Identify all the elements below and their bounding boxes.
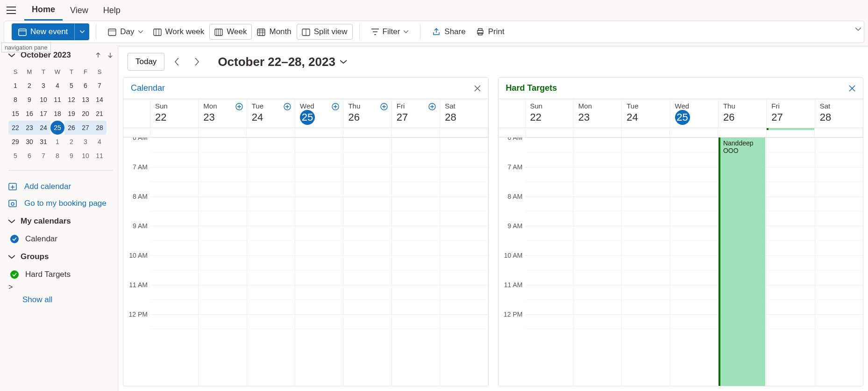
mini-day[interactable]: 6 xyxy=(78,79,92,93)
allday-cell[interactable] xyxy=(295,128,343,137)
prev-week-icon[interactable] xyxy=(170,55,184,69)
mini-day[interactable]: 2 xyxy=(22,79,36,93)
mini-day[interactable]: 21 xyxy=(92,107,107,121)
hamburger-icon[interactable] xyxy=(4,3,19,18)
show-all-link[interactable]: Show all xyxy=(22,291,113,308)
mini-day[interactable]: 9 xyxy=(64,149,78,163)
add-event-icon[interactable] xyxy=(380,103,388,110)
day-column[interactable] xyxy=(295,138,343,386)
day-column[interactable] xyxy=(670,138,719,386)
allday-cell[interactable] xyxy=(199,128,247,137)
mini-day[interactable]: 30 xyxy=(22,135,36,149)
day-header[interactable]: Sat28 xyxy=(815,99,863,128)
mini-day[interactable]: 4 xyxy=(92,135,107,149)
calendar-item[interactable]: Calendar xyxy=(8,231,113,247)
mini-day[interactable]: 10 xyxy=(78,149,92,163)
allday-cell[interactable] xyxy=(622,128,670,137)
day-header[interactable]: Mon23 xyxy=(199,99,247,128)
day-header[interactable]: Fri27 xyxy=(392,99,440,128)
day-header[interactable]: Fri27 xyxy=(767,99,815,128)
allday-cell[interactable] xyxy=(718,128,766,137)
day-column[interactable] xyxy=(343,138,391,386)
close-icon[interactable] xyxy=(474,85,481,92)
day-header[interactable]: Wed25 xyxy=(670,99,719,128)
mini-day[interactable]: 6 xyxy=(22,149,36,163)
allday-cell[interactable] xyxy=(440,128,488,137)
mini-day[interactable]: 18 xyxy=(50,107,64,121)
day-header[interactable]: Thu26 xyxy=(719,99,767,128)
today-button[interactable]: Today xyxy=(128,53,164,71)
next-week-icon[interactable] xyxy=(190,55,204,69)
day-header[interactable]: Tue24 xyxy=(622,99,670,128)
mini-day[interactable]: 20 xyxy=(78,107,92,121)
mini-day[interactable]: 14 xyxy=(92,93,107,107)
allday-cell[interactable] xyxy=(247,128,295,137)
mini-day[interactable]: 22 xyxy=(8,121,22,135)
prev-month-icon[interactable] xyxy=(95,52,101,58)
mini-day[interactable]: 1 xyxy=(50,135,64,149)
mini-day[interactable]: 3 xyxy=(36,79,50,93)
day-column[interactable] xyxy=(247,138,295,386)
mini-day[interactable]: 28 xyxy=(92,121,107,135)
mini-day[interactable]: 27 xyxy=(78,121,92,135)
add-event-icon[interactable] xyxy=(332,103,339,110)
mini-day[interactable]: 13 xyxy=(78,93,92,107)
date-range-title[interactable]: October 22–28, 2023 xyxy=(218,55,347,69)
view-work-week-button[interactable]: Work week xyxy=(148,24,210,40)
mini-day[interactable]: 31 xyxy=(36,135,50,149)
add-calendar-link[interactable]: Add calendar xyxy=(8,178,113,195)
mini-day[interactable]: 5 xyxy=(8,149,22,163)
day-column[interactable] xyxy=(574,138,622,386)
day-header[interactable]: Sun22 xyxy=(526,99,574,128)
view-week-button[interactable]: Week xyxy=(209,24,252,40)
group-hard-targets[interactable]: Hard Targets xyxy=(8,266,113,283)
mini-day[interactable]: 24 xyxy=(36,121,50,135)
allday-cell[interactable] xyxy=(343,128,391,137)
day-header[interactable]: Sun22 xyxy=(150,99,199,128)
add-event-icon[interactable] xyxy=(428,103,436,110)
add-event-icon[interactable] xyxy=(284,103,291,110)
next-month-icon[interactable] xyxy=(107,52,113,58)
tab-view[interactable]: View xyxy=(63,0,96,21)
mini-day[interactable]: 17 xyxy=(36,107,50,121)
split-view-button[interactable]: Split view xyxy=(297,24,353,40)
share-button[interactable]: Share xyxy=(427,24,470,40)
tab-help[interactable]: Help xyxy=(96,0,128,21)
mini-day[interactable]: 12 xyxy=(64,93,78,107)
mini-day[interactable]: 10 xyxy=(36,93,50,107)
filter-button[interactable]: Filter xyxy=(366,24,414,40)
mini-day[interactable]: 4 xyxy=(50,79,64,93)
mini-day[interactable]: 25 xyxy=(50,121,64,135)
day-column[interactable] xyxy=(767,138,815,386)
mini-day[interactable]: 8 xyxy=(8,93,22,107)
allday-cell[interactable] xyxy=(526,128,574,137)
add-event-icon[interactable] xyxy=(235,103,243,110)
day-header[interactable]: Sat28 xyxy=(440,99,488,128)
chevron-down-icon[interactable] xyxy=(8,53,16,58)
mini-day[interactable]: 11 xyxy=(92,149,107,163)
close-icon[interactable] xyxy=(849,85,855,92)
booking-page-link[interactable]: Go to my booking page xyxy=(8,195,113,212)
day-column[interactable]: NanddeepOOO xyxy=(719,138,767,386)
day-column[interactable] xyxy=(199,138,247,386)
mini-day[interactable]: 26 xyxy=(64,121,78,135)
event-block[interactable]: NanddeepOOO xyxy=(719,138,765,386)
allday-cell[interactable] xyxy=(815,128,863,137)
mini-day[interactable]: 3 xyxy=(78,135,92,149)
mini-day[interactable]: 9 xyxy=(22,93,36,107)
event-strip[interactable] xyxy=(767,128,814,130)
mini-day[interactable]: 29 xyxy=(8,135,22,149)
day-column[interactable] xyxy=(440,138,488,386)
new-event-button[interactable]: New event xyxy=(12,23,89,40)
mini-day[interactable]: 5 xyxy=(64,79,78,93)
mini-day[interactable]: 8 xyxy=(50,149,64,163)
day-header[interactable]: Wed25 xyxy=(295,99,343,128)
mini-day[interactable]: 1 xyxy=(8,79,22,93)
allday-cell[interactable] xyxy=(670,128,718,137)
day-column[interactable] xyxy=(622,138,670,386)
mini-day[interactable]: 11 xyxy=(50,93,64,107)
print-button[interactable]: Print xyxy=(471,24,510,40)
mini-day[interactable]: 23 xyxy=(22,121,36,135)
day-column[interactable] xyxy=(150,138,199,386)
new-event-dropdown[interactable] xyxy=(74,23,89,40)
